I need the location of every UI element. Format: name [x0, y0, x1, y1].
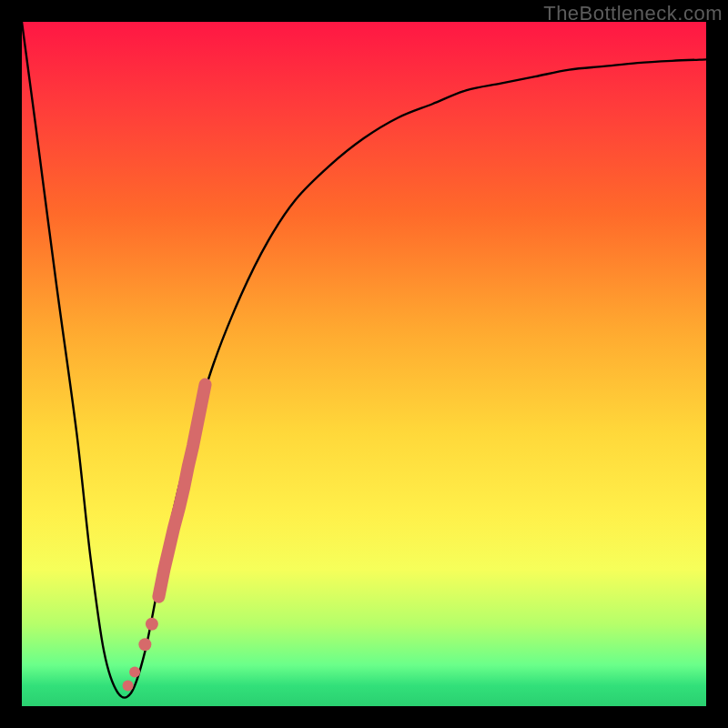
chart-svg [22, 22, 706, 706]
plot-area [22, 22, 706, 706]
bottleneck-curve [22, 22, 706, 698]
scatter-cluster [123, 385, 206, 692]
scatter-dense-segment [158, 385, 205, 597]
watermark-text: TheBottleneck.com [543, 2, 723, 25]
scatter-point [146, 618, 158, 631]
scatter-point [138, 638, 151, 651]
bottleneck-curve-path [22, 22, 706, 698]
scatter-point [129, 666, 140, 677]
chart-frame: TheBottleneck.com [0, 0, 728, 728]
scatter-point [123, 680, 134, 691]
